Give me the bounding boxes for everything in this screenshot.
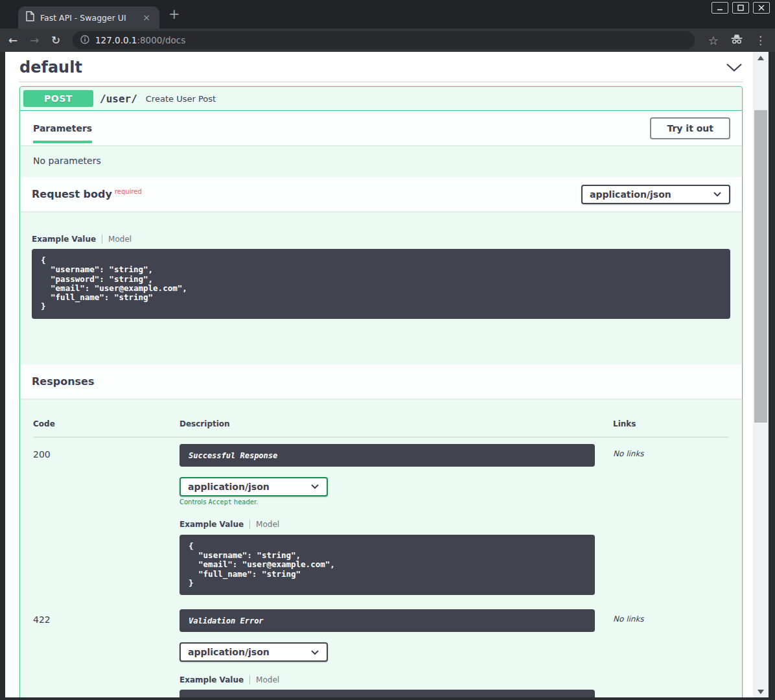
- tab-separator: [249, 520, 250, 529]
- post-user-opblock: POST /user/ Create User Post Parameters …: [19, 86, 743, 697]
- url-host: 127.0.0.1: [95, 35, 137, 45]
- response-links: No links: [613, 609, 729, 624]
- col-description: Description: [179, 419, 613, 428]
- forward-icon[interactable]: →: [26, 34, 43, 47]
- browser-tab[interactable]: Fast API - Swagger UI ×: [18, 6, 159, 29]
- response-row-422: 422 Validation Error application/json Ex…: [33, 603, 729, 697]
- method-badge: POST: [23, 90, 93, 107]
- try-it-out-button[interactable]: Try it out: [650, 117, 730, 139]
- browser-menu-icon[interactable]: ⋮: [755, 34, 766, 47]
- parameters-header: Parameters Try it out: [20, 111, 742, 145]
- tab-example-value[interactable]: Example Value: [179, 520, 244, 529]
- response-422-example-tabs: Example Value Model: [179, 675, 613, 684]
- tab-title: Fast API - Swagger UI: [40, 13, 141, 23]
- response-media-type-select[interactable]: application/json: [179, 642, 328, 662]
- browser-toolbar: ← → ↻ 127.0.0.1 :8000/docs: [0, 29, 775, 52]
- response-media-type-value: application/json: [188, 647, 270, 657]
- incognito-profile-icon[interactable]: [730, 33, 743, 47]
- minimize-button[interactable]: [711, 2, 728, 14]
- response-media-type-select[interactable]: application/json: [179, 477, 328, 496]
- request-example-code: { "username": "string", "password": "str…: [32, 249, 730, 319]
- tab-bar: Fast API - Swagger UI × +: [0, 0, 775, 29]
- request-example-tabs: Example Value Model: [32, 234, 730, 244]
- scroll-up-arrow[interactable]: [753, 52, 769, 64]
- required-badge: required: [115, 188, 142, 195]
- accept-note-suffix: header.: [232, 498, 259, 506]
- swagger-page: default POST /user/ Create User Post Par…: [5, 52, 753, 697]
- browser-window: Fast API - Swagger UI × + ← → ↻: [0, 0, 775, 700]
- section-title: default: [19, 58, 82, 76]
- accept-note-prefix: Controls: [179, 498, 209, 506]
- scroll-down-arrow[interactable]: [753, 686, 769, 697]
- tab-model[interactable]: Model: [256, 520, 279, 529]
- chevron-down-icon: [310, 649, 319, 655]
- accept-header-note: Controls Accept header.: [179, 498, 613, 506]
- chevron-down-icon: [713, 191, 722, 197]
- chevron-down-icon: [310, 484, 319, 489]
- tab-example-value[interactable]: Example Value: [179, 675, 244, 684]
- response-200-example-tabs: Example Value Model: [179, 520, 613, 530]
- request-media-type-value: application/json: [590, 189, 671, 200]
- responses-table-head: Code Description Links: [33, 419, 729, 428]
- default-section-header: default: [19, 57, 743, 78]
- operation-summary-text: Create User Post: [146, 94, 216, 104]
- collapse-chevron-icon[interactable]: [726, 62, 743, 73]
- url-path: :8000/docs: [137, 35, 185, 45]
- accept-note-code: Accept: [209, 498, 232, 506]
- responses-header: Responses: [20, 364, 742, 399]
- response-422-description-cell: Validation Error application/json Exampl…: [179, 609, 613, 697]
- no-parameters-text: No parameters: [20, 145, 742, 177]
- page-scrollbar[interactable]: [753, 52, 769, 697]
- toolbar-actions: ☆ ⋮: [708, 29, 766, 52]
- section-divider: [19, 82, 743, 82]
- close-window-button[interactable]: [753, 2, 770, 14]
- reload-icon[interactable]: ↻: [47, 34, 64, 47]
- responses-title: Responses: [32, 375, 94, 388]
- window-controls: [711, 2, 770, 14]
- response-200-example-code: { "username": "string", "email": "user@e…: [179, 535, 595, 595]
- response-links: No links: [613, 444, 729, 458]
- tab-separator: [249, 675, 250, 684]
- col-links: Links: [613, 419, 729, 428]
- response-description-box: Successful Response: [179, 444, 595, 467]
- new-tab-icon[interactable]: +: [168, 8, 180, 21]
- response-description-box: Validation Error: [179, 609, 595, 632]
- response-code: 422: [33, 609, 179, 625]
- tab-example-value[interactable]: Example Value: [32, 235, 96, 244]
- response-code: 200: [33, 444, 179, 460]
- back-icon[interactable]: ←: [5, 34, 21, 47]
- response-200-description-cell: Successful Response application/json Con…: [179, 444, 613, 603]
- tab-model[interactable]: Model: [256, 675, 279, 684]
- operation-path: /user/: [100, 93, 137, 105]
- responses-table: Code Description Links 200 Successful Re…: [20, 399, 742, 697]
- parameters-tab: Parameters: [33, 113, 92, 143]
- request-media-type-select[interactable]: application/json: [581, 185, 730, 204]
- request-body-title: Request body: [32, 188, 112, 200]
- bookmark-star-icon[interactable]: ☆: [708, 34, 719, 47]
- response-422-example-code: { "detail": [: [179, 690, 595, 697]
- maximize-button[interactable]: [732, 2, 749, 14]
- tab-model[interactable]: Model: [108, 235, 132, 244]
- tab-separator: [102, 235, 102, 244]
- col-code: Code: [33, 419, 179, 428]
- operation-summary[interactable]: POST /user/ Create User Post: [20, 87, 742, 111]
- scrollbar-thumb[interactable]: [754, 110, 767, 423]
- response-media-type-value: application/json: [188, 482, 270, 492]
- tab-close-icon[interactable]: ×: [141, 12, 152, 23]
- site-info-icon[interactable]: [80, 34, 89, 47]
- address-bar[interactable]: 127.0.0.1 :8000/docs: [73, 31, 695, 49]
- page-favicon-icon: [26, 11, 34, 24]
- request-body-header: Request bodyrequired application/json: [20, 177, 742, 211]
- response-row-200: 200 Successful Response application/json…: [33, 438, 729, 603]
